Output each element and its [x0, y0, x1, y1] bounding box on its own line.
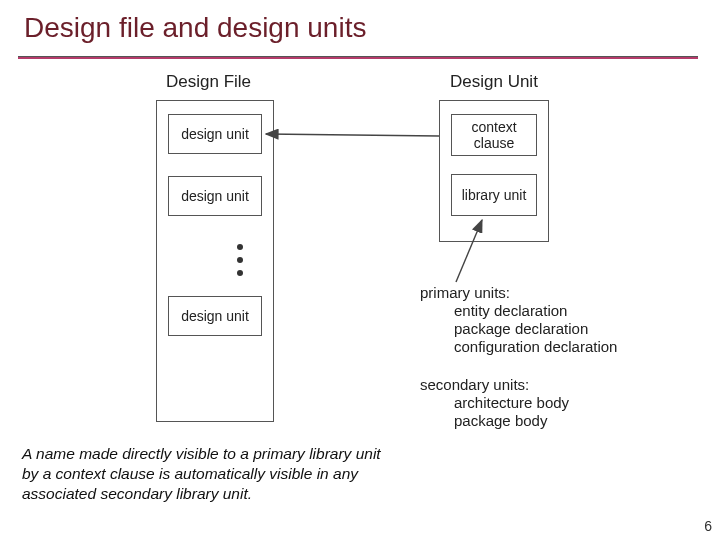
- design-unit-label: Design Unit: [450, 72, 538, 92]
- design-unit-box-1: design unit: [168, 114, 262, 154]
- secondary-unit-item-1: architecture body: [420, 394, 569, 413]
- diagram-area: Design File Design Unit design unit desi…: [110, 66, 650, 436]
- page-title: Design file and design units: [24, 12, 366, 44]
- design-unit-box-2: design unit: [168, 176, 262, 216]
- primary-unit-item-3: configuration declaration: [420, 338, 617, 357]
- primary-units-heading: primary units:: [420, 284, 510, 303]
- ellipsis-dots: [237, 244, 243, 283]
- page-number: 6: [704, 518, 712, 534]
- title-underline: [18, 56, 698, 59]
- design-unit-box-3: design unit: [168, 296, 262, 336]
- svg-line-0: [266, 134, 439, 136]
- design-file-label: Design File: [166, 72, 251, 92]
- secondary-units-heading: secondary units:: [420, 376, 529, 395]
- primary-unit-item-2: package declaration: [420, 320, 588, 339]
- library-unit-box: library unit: [451, 174, 537, 216]
- primary-unit-item-1: entity declaration: [420, 302, 567, 321]
- secondary-unit-item-2: package body: [420, 412, 547, 431]
- context-clause-box: context clause: [451, 114, 537, 156]
- footnote-text: A name made directly visible to a primar…: [22, 444, 392, 503]
